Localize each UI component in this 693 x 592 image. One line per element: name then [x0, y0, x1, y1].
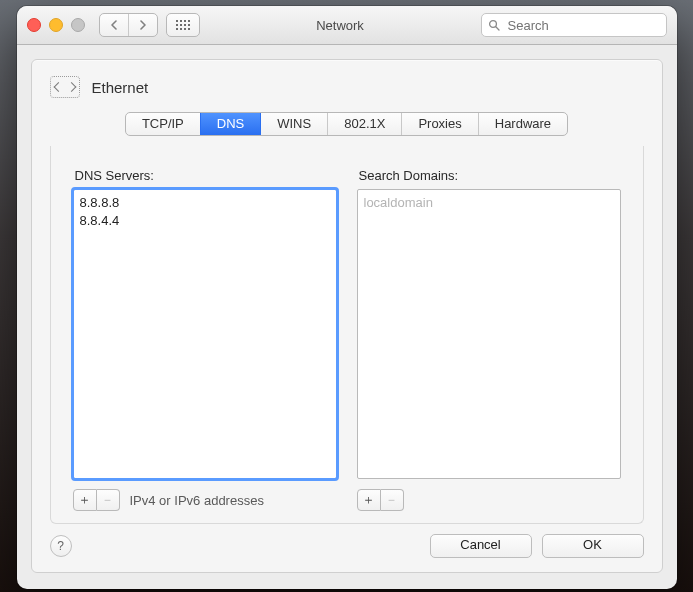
settings-sheet: Ethernet TCP/IP DNS WINS 802.1X Proxies …	[31, 59, 663, 573]
dns-servers-list[interactable]: 8.8.8.88.8.4.4	[73, 189, 337, 479]
close-window-button[interactable]	[27, 18, 41, 32]
dns-server-item[interactable]: 8.8.8.8	[80, 194, 330, 212]
dns-servers-column: DNS Servers: 8.8.8.88.8.4.4 ＋ － IPv4 or …	[73, 168, 337, 511]
chevron-left-icon	[110, 20, 118, 30]
search-domains-column: Search Domains: localdomain ＋ －	[357, 168, 621, 511]
tab-hardware[interactable]: Hardware	[478, 113, 567, 135]
add-dns-server-button[interactable]: ＋	[73, 489, 97, 511]
show-all-button[interactable]	[166, 13, 200, 37]
search-domains-list[interactable]: localdomain	[357, 189, 621, 479]
tab-dns[interactable]: DNS	[200, 113, 260, 135]
plus-icon: ＋	[362, 491, 375, 509]
preferences-window: Network Ethernet TCP/IP DNS WINS 802.1X …	[17, 6, 677, 589]
search-domains-placeholder: localdomain	[364, 194, 614, 212]
window-title: Network	[208, 18, 473, 33]
search-field[interactable]	[481, 13, 667, 37]
search-domains-label: Search Domains:	[359, 168, 621, 183]
window-controls	[27, 18, 85, 32]
tab-bar: TCP/IP DNS WINS 802.1X Proxies Hardware	[32, 112, 662, 136]
help-button[interactable]: ?	[50, 535, 72, 557]
chevron-right-icon	[139, 20, 147, 30]
minus-icon: －	[385, 491, 398, 509]
tab-8021x[interactable]: 802.1X	[327, 113, 401, 135]
cancel-button[interactable]: Cancel	[430, 534, 532, 558]
tab-proxies[interactable]: Proxies	[401, 113, 477, 135]
dns-server-item[interactable]: 8.8.4.4	[80, 212, 330, 230]
tab-tcpip[interactable]: TCP/IP	[126, 113, 200, 135]
remove-search-domain-button[interactable]: －	[381, 489, 404, 511]
forward-button[interactable]	[128, 14, 157, 36]
sheet-footer: ? Cancel OK	[32, 524, 662, 558]
zoom-window-button	[71, 18, 85, 32]
tab-wins[interactable]: WINS	[260, 113, 327, 135]
dns-servers-label: DNS Servers:	[75, 168, 337, 183]
interface-name: Ethernet	[92, 79, 149, 96]
dns-servers-hint: IPv4 or IPv6 addresses	[130, 493, 264, 508]
minus-icon: －	[101, 491, 114, 509]
titlebar: Network	[17, 6, 677, 45]
ethernet-icon	[50, 76, 80, 98]
ok-button[interactable]: OK	[542, 534, 644, 558]
back-button[interactable]	[100, 14, 128, 36]
search-input[interactable]	[506, 17, 677, 34]
dns-panel: DNS Servers: 8.8.8.88.8.4.4 ＋ － IPv4 or …	[50, 146, 644, 524]
remove-dns-server-button[interactable]: －	[97, 489, 120, 511]
search-icon	[488, 19, 500, 31]
add-search-domain-button[interactable]: ＋	[357, 489, 381, 511]
nav-back-forward	[99, 13, 158, 37]
interface-header: Ethernet	[32, 60, 662, 108]
minimize-window-button[interactable]	[49, 18, 63, 32]
svg-line-1	[495, 27, 498, 30]
plus-icon: ＋	[78, 491, 91, 509]
grid-icon	[176, 20, 190, 30]
